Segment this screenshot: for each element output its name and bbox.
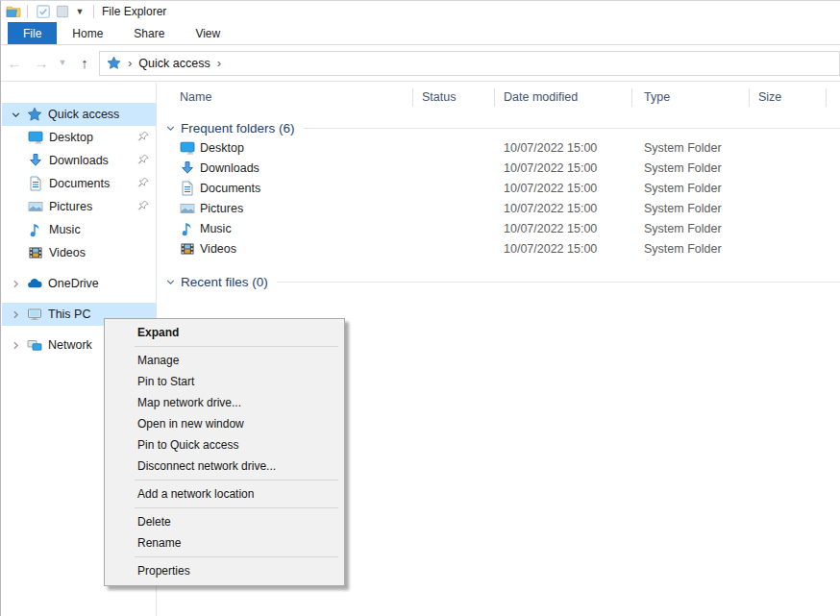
file-date-modified: 10/07/2022 15:00 xyxy=(504,141,597,155)
app-folder-icon xyxy=(6,4,21,19)
context-menu-separator xyxy=(135,507,338,508)
sidebar-item-downloads[interactable]: Downloads xyxy=(2,149,156,172)
column-header-date-modified[interactable]: Date modified xyxy=(504,90,578,104)
sidebar-item-videos[interactable]: Videos xyxy=(2,241,156,264)
file-date-modified: 10/07/2022 15:00 xyxy=(504,242,597,256)
pin-icon xyxy=(136,176,150,189)
tab-file[interactable]: File xyxy=(8,22,57,44)
file-type: System Folder xyxy=(644,222,722,235)
sidebar-item-label: Documents xyxy=(49,177,110,190)
group-header-frequent-folders[interactable]: Frequent folders (6) xyxy=(157,117,840,138)
chevron-down-icon[interactable] xyxy=(165,123,176,134)
column-headers: Name Status Date modified Type Size xyxy=(157,83,840,111)
sidebar-group-gap xyxy=(2,264,156,272)
context-menu-separator xyxy=(135,556,338,557)
file-row-videos[interactable]: Videos 10/07/2022 15:00 System Folder xyxy=(157,239,840,259)
file-name[interactable]: Videos xyxy=(200,242,236,256)
column-divider[interactable] xyxy=(494,88,495,107)
column-header-status[interactable]: Status xyxy=(422,90,456,104)
column-header-size[interactable]: Size xyxy=(758,90,781,104)
file-row-downloads[interactable]: Downloads 10/07/2022 15:00 System Folder xyxy=(157,159,840,179)
file-name[interactable]: Music xyxy=(200,222,232,235)
file-row-desktop[interactable]: Desktop 10/07/2022 15:00 System Folder xyxy=(157,138,840,159)
ribbon-tabs: File Home Share View xyxy=(1,22,840,45)
file-date-modified: 10/07/2022 15:00 xyxy=(504,202,597,215)
file-type: System Folder xyxy=(644,242,722,256)
file-name[interactable]: Desktop xyxy=(200,141,244,155)
context-menu-separator xyxy=(135,480,338,480)
context-menu-item-expand[interactable]: Expand xyxy=(105,322,344,343)
column-header-name[interactable]: Name xyxy=(180,90,211,104)
chevron-right-icon[interactable] xyxy=(11,279,21,289)
context-menu-item-properties[interactable]: Properties xyxy=(105,560,344,581)
network-icon xyxy=(27,337,42,353)
group-header-rule xyxy=(277,282,840,283)
context-menu-item-pin-to-quick-access[interactable]: Pin to Quick access xyxy=(105,434,344,456)
group-header-label: Frequent folders (6) xyxy=(181,121,295,136)
context-menu-separator xyxy=(135,346,338,347)
file-type: System Folder xyxy=(644,141,722,155)
this-pc-icon xyxy=(27,307,42,322)
file-type: System Folder xyxy=(644,182,722,195)
chevron-right-icon[interactable] xyxy=(11,309,21,320)
qat-customize-chevron-icon[interactable]: ▼ xyxy=(72,7,87,16)
sidebar-item-desktop[interactable]: Desktop xyxy=(2,126,156,149)
sidebar-item-documents[interactable]: Documents xyxy=(2,172,156,195)
context-menu-item-pin-to-start[interactable]: Pin to Start xyxy=(105,371,344,392)
qat-new-folder-icon[interactable] xyxy=(53,3,72,20)
tab-share[interactable]: Share xyxy=(118,22,180,44)
desktop-icon xyxy=(180,140,195,156)
group-header-rule xyxy=(304,128,840,129)
breadcrumb-location[interactable]: Quick access xyxy=(138,57,210,70)
sidebar-item-music[interactable]: Music xyxy=(2,218,156,241)
file-name[interactable]: Downloads xyxy=(200,161,259,175)
tab-view[interactable]: View xyxy=(180,22,235,44)
column-divider[interactable] xyxy=(631,88,632,107)
file-name[interactable]: Documents xyxy=(200,182,260,195)
file-explorer-window: ▼ File Explorer File Home Share View ← →… xyxy=(0,0,840,616)
group-gap xyxy=(157,259,840,271)
videos-icon xyxy=(180,241,195,257)
forward-arrow-icon[interactable]: → xyxy=(28,56,55,70)
sidebar-item-pictures[interactable]: Pictures xyxy=(2,195,156,218)
documents-icon xyxy=(28,176,43,191)
context-menu-item-manage[interactable]: Manage xyxy=(105,350,344,371)
breadcrumb-chevron-icon[interactable]: › xyxy=(128,56,132,70)
file-row-documents[interactable]: Documents 10/07/2022 15:00 System Folder xyxy=(157,179,840,199)
context-menu-item-delete[interactable]: Delete xyxy=(105,511,344,532)
address-bar[interactable]: › Quick access › xyxy=(99,51,840,76)
column-divider[interactable] xyxy=(749,88,750,107)
qat-properties-icon[interactable] xyxy=(34,3,53,20)
sidebar-item-label: Network xyxy=(48,338,92,352)
file-name[interactable]: Pictures xyxy=(200,202,243,215)
sidebar-item-label: Music xyxy=(49,223,81,236)
file-row-pictures[interactable]: Pictures 10/07/2022 15:00 System Folder xyxy=(157,199,840,219)
file-type: System Folder xyxy=(644,161,722,175)
group-header-recent-files[interactable]: Recent files (0) xyxy=(157,271,840,292)
context-menu-item-open-in-new-window[interactable]: Open in new window xyxy=(105,413,344,434)
context-menu-item-map-network-drive[interactable]: Map network drive... xyxy=(105,392,344,413)
breadcrumb-chevron-icon-2[interactable]: › xyxy=(217,56,221,70)
sidebar-item-onedrive[interactable]: OneDrive xyxy=(2,272,156,295)
context-menu-item-add-network-location[interactable]: Add a network location xyxy=(105,483,344,505)
file-date-modified: 10/07/2022 15:00 xyxy=(504,161,597,175)
back-arrow-icon[interactable]: ← xyxy=(1,56,28,70)
sidebar-item-label: This PC xyxy=(48,308,90,321)
tab-home[interactable]: Home xyxy=(57,22,118,44)
chevron-right-icon[interactable] xyxy=(11,340,21,351)
context-menu-item-rename[interactable]: Rename xyxy=(105,532,344,554)
sidebar-item-quick-access[interactable]: Quick access xyxy=(2,103,156,126)
sidebar-item-label: Desktop xyxy=(49,131,93,144)
column-divider[interactable] xyxy=(412,88,413,107)
music-icon xyxy=(180,221,195,236)
column-header-type[interactable]: Type xyxy=(644,90,670,104)
file-row-music[interactable]: Music 10/07/2022 15:00 System Folder xyxy=(157,219,840,239)
chevron-down-icon[interactable] xyxy=(165,277,176,287)
chevron-down-icon[interactable] xyxy=(11,110,21,120)
up-arrow-icon[interactable]: ↑ xyxy=(70,56,99,70)
context-menu-item-disconnect-network-drive[interactable]: Disconnect network drive... xyxy=(105,456,344,477)
history-chevron-icon[interactable]: ▼ xyxy=(55,59,70,67)
column-divider[interactable] xyxy=(826,88,827,107)
sidebar-group-gap xyxy=(2,295,156,303)
titlebar-divider xyxy=(27,5,28,18)
